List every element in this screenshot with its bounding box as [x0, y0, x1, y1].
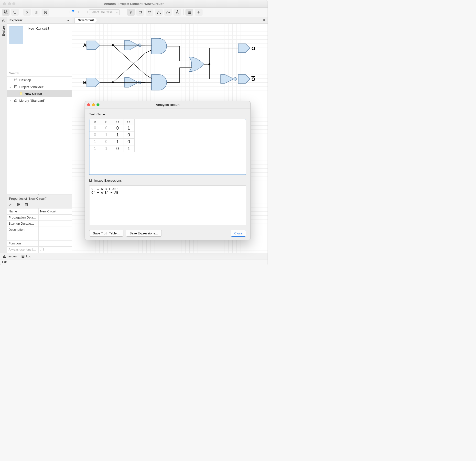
tt-cell: 1: [123, 125, 134, 132]
svg-text:O: O: [251, 46, 255, 51]
explorer-body: New Circuit: [7, 24, 72, 70]
svg-point-14: [189, 11, 190, 11]
expressions-box[interactable]: O = A'B + AB' O' = A'B' + AB: [89, 185, 246, 225]
prop-value-checkbox[interactable]: [38, 247, 72, 253]
tt-cell: 0: [112, 145, 123, 152]
svg-rect-27: [19, 205, 20, 206]
project-tree: Desktop ⌄ Project "Analysis" New Circuit…: [7, 77, 72, 194]
svg-point-16: [188, 12, 189, 12]
svg-rect-5: [35, 11, 36, 13]
close-tab-icon[interactable]: ×: [263, 18, 266, 23]
chevron-down-icon[interactable]: ⌄: [9, 85, 12, 89]
svg-rect-8: [139, 11, 142, 13]
truth-table-box: ABOO' 0001011010101101: [89, 119, 246, 175]
tt-header: O: [112, 119, 123, 125]
prop-value-name[interactable]: New Circuit: [38, 209, 72, 214]
project-icon: [13, 85, 18, 89]
pause-button[interactable]: [32, 9, 40, 16]
prop-value[interactable]: [38, 221, 72, 227]
sidebar: Explorer « New Circuit Desktop ⌄ P: [7, 17, 72, 253]
tree-label: Desktop: [19, 78, 31, 82]
mode-label: Edit: [2, 260, 7, 264]
tree-label: Project "Analysis": [19, 85, 44, 89]
chip-mode-button[interactable]: [11, 9, 19, 16]
prop-value[interactable]: [38, 227, 72, 240]
svg-point-11: [160, 13, 161, 13]
step-button[interactable]: [42, 9, 49, 16]
svg-point-21: [190, 13, 191, 13]
prop-value[interactable]: [38, 215, 72, 220]
svg-rect-28: [25, 203, 28, 206]
save-truth-table-button[interactable]: Save Truth Table…: [89, 230, 123, 237]
play-button[interactable]: [23, 9, 31, 16]
add-button[interactable]: [195, 9, 203, 16]
log-label: Log: [26, 254, 32, 258]
tree-label: Library "Standard": [19, 99, 45, 102]
close-dialog-button[interactable]: Close: [231, 230, 246, 237]
tt-cell: 1: [89, 138, 101, 145]
text-tool-button[interactable]: A: [173, 9, 181, 16]
tree-row-project[interactable]: ⌄ Project "Analysis": [7, 83, 72, 90]
svg-point-15: [190, 11, 191, 11]
curve-tool-button[interactable]: [155, 9, 163, 16]
titlebar: Antares - Project Element "New Circuit": [0, 0, 268, 8]
issues-button[interactable]: Issues: [3, 254, 17, 258]
svg-point-20: [189, 13, 190, 13]
properties-toolbar: AZ↓: [7, 202, 72, 208]
tt-cell: 1: [112, 138, 123, 145]
svg-point-18: [190, 12, 191, 12]
tt-cell: 0: [101, 138, 112, 145]
tt-cell: 1: [112, 132, 123, 138]
clock-icon: ◷: [2, 19, 5, 22]
rail-label-explorer[interactable]: Explorer: [2, 25, 5, 36]
svg-point-13: [188, 11, 189, 11]
tt-row: 0110: [89, 132, 134, 138]
tab-bar: New Circuit ×: [72, 17, 268, 24]
prop-value[interactable]: [38, 241, 72, 246]
save-expressions-button[interactable]: Save Expressions…: [126, 230, 162, 237]
svg-point-9: [148, 11, 151, 13]
chevron-right-icon[interactable]: ›: [9, 99, 12, 102]
library-icon: [13, 99, 18, 102]
search-input[interactable]: [7, 70, 72, 76]
prop-label: Propagation Dela…: [7, 215, 38, 220]
use-case-select[interactable]: Select Use Case: ⌄: [89, 9, 120, 15]
desktop-icon: [13, 78, 18, 82]
rect-tool-button[interactable]: [136, 9, 144, 16]
tt-cell: 0: [123, 138, 134, 145]
ellipse-tool-button[interactable]: [146, 9, 153, 16]
svg-rect-6: [37, 11, 37, 13]
prop-label: Start-up Duratio…: [7, 221, 38, 227]
graph-mode-button[interactable]: [2, 9, 10, 16]
window-title: Antares - Project Element "New Circuit": [0, 2, 268, 6]
log-button[interactable]: Log: [21, 254, 32, 258]
sort-alpha-icon[interactable]: AZ↓: [9, 202, 14, 207]
issues-label: Issues: [8, 254, 17, 258]
tab-new-circuit[interactable]: New Circuit: [75, 18, 97, 23]
circuit-thumbnail[interactable]: [10, 26, 23, 44]
truth-table-label: Truth Table: [89, 112, 246, 116]
left-rail: ◷ Explorer: [0, 17, 7, 253]
grid-toggle-button[interactable]: [185, 9, 193, 16]
tt-cell: 0: [89, 132, 101, 138]
circuit-diagram: A B: [72, 24, 268, 104]
tree-row-library[interactable]: › Library "Standard": [7, 97, 72, 104]
list-view-icon[interactable]: [24, 202, 29, 207]
spline-tool-button[interactable]: [164, 9, 172, 16]
status-bar: Issues Log: [0, 253, 268, 260]
explorer-title: Explorer: [10, 18, 22, 22]
svg-rect-23: [20, 92, 22, 95]
file-icon: [19, 92, 23, 96]
prop-label: Always use functi…: [7, 247, 38, 253]
dialog-titlebar: Analysis Result: [85, 101, 250, 109]
search-box[interactable]: [7, 70, 72, 77]
svg-rect-7: [46, 11, 47, 13]
tree-row-circuit[interactable]: New Circuit: [7, 90, 72, 97]
speed-slider[interactable]: [51, 9, 87, 15]
svg-rect-4: [14, 11, 16, 13]
svg-point-36: [234, 77, 237, 80]
pointer-tool-button[interactable]: [127, 9, 135, 16]
tree-row-desktop[interactable]: Desktop: [7, 77, 72, 83]
categorize-icon[interactable]: [16, 202, 21, 207]
collapse-panel-icon[interactable]: «: [67, 18, 69, 22]
